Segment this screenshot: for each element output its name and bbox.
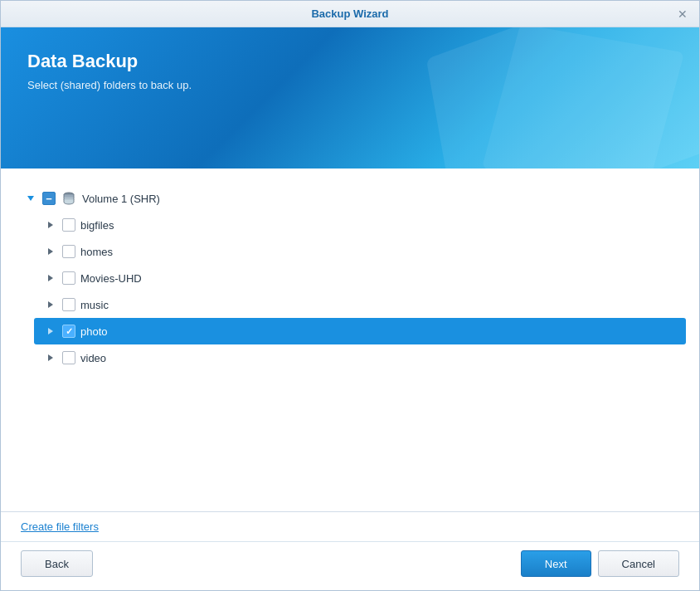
tree-row-music[interactable]: music [41,291,679,318]
checkbox-music[interactable] [62,298,75,311]
expand-arrow-movies-uhd[interactable] [44,271,57,285]
tree-row-homes[interactable]: homes [41,238,679,265]
tree-item-video: video [41,344,679,371]
create-file-filters-link[interactable]: Create file filters [21,520,99,533]
tree-item-music: music [41,291,679,318]
cancel-button[interactable]: Cancel [598,550,679,577]
folder-label-video: video [80,352,106,364]
expand-arrow-video[interactable] [44,351,57,364]
banner-subtitle: Select (shared) folders to back up. [27,79,673,91]
folder-label-bigfiles: bigfiles [80,219,114,232]
back-button[interactable]: Back [21,550,93,577]
button-bar: Back Next Cancel [1,541,699,590]
backup-wizard-dialog: Backup Wizard ✕ Data Backup Select (shar… [0,0,700,591]
tree-item-bigfiles: bigfiles [41,212,679,238]
tree-row-volume[interactable]: Volume 1 (SHR) [21,185,679,212]
folder-label-music: music [80,299,109,311]
svg-marker-0 [27,196,34,201]
expand-arrow-volume[interactable] [24,192,37,205]
checkbox-bigfiles[interactable] [62,218,75,232]
tree-row-movies-uhd[interactable]: Movies-UHD [41,265,679,291]
checkbox-homes[interactable] [62,245,75,258]
banner-title: Data Backup [27,51,673,72]
svg-marker-7 [48,354,53,361]
footer-link-area: Create file filters [1,511,699,541]
tree-row-bigfiles[interactable]: bigfiles [41,212,679,238]
titlebar-title: Backup Wizard [24,7,676,20]
folder-tree: Volume 1 (SHR) bigfiles [21,185,679,371]
titlebar: Backup Wizard ✕ [1,1,699,27]
svg-marker-5 [48,301,53,308]
folder-label-movies-uhd: Movies-UHD [80,272,142,285]
checkbox-photo[interactable] [62,325,75,338]
checkbox-volume[interactable] [42,192,56,205]
folder-label-homes: homes [80,246,113,258]
volume-label: Volume 1 (SHR) [82,193,160,205]
tree-item-movies-uhd: Movies-UHD [41,265,679,291]
svg-marker-2 [48,222,53,228]
header-banner: Data Backup Select (shared) folders to b… [1,27,699,169]
expand-arrow-photo[interactable] [44,325,57,338]
svg-marker-4 [48,275,53,281]
checkbox-movies-uhd[interactable] [62,271,75,285]
folder-label-photo: photo [80,325,108,338]
expand-arrow-bigfiles[interactable] [44,218,57,232]
tree-row-video[interactable]: video [41,344,679,371]
next-button[interactable]: Next [521,550,591,577]
expand-arrow-music[interactable] [44,298,57,311]
svg-marker-3 [48,248,53,255]
content-area: Volume 1 (SHR) bigfiles [1,169,699,511]
database-icon [61,190,77,207]
tree-item-volume: Volume 1 (SHR) bigfiles [21,185,679,371]
checkbox-video[interactable] [62,351,75,364]
tree-row-photo[interactable]: photo [34,318,686,344]
close-button[interactable]: ✕ [676,7,689,21]
tree-item-homes: homes [41,238,679,265]
expand-arrow-homes[interactable] [44,245,57,258]
tree-item-photo: photo [41,318,679,344]
tree-children: bigfiles homes [21,212,679,371]
svg-marker-6 [48,328,53,335]
